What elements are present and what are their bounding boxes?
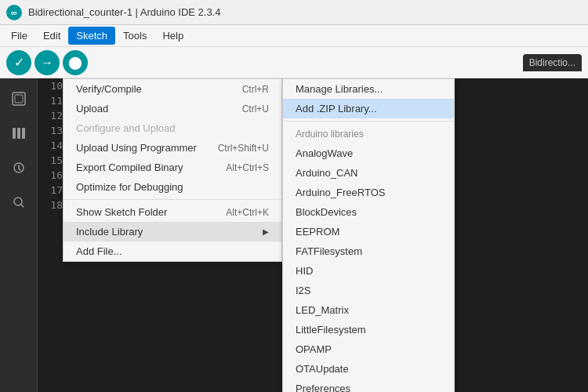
lib-manage[interactable]: Manage Libraries... [283,79,454,99]
lib-analogwave[interactable]: AnalogWave [283,143,454,163]
menu-configure-upload: Configure and Upload [64,118,281,138]
sketch-menu: Verify/Compile Ctrl+R Upload Ctrl+U Conf… [63,78,282,262]
menu-export-binary[interactable]: Export Compiled Binary Alt+Ctrl+S [64,158,281,177]
toolbar: ✓ → ⬤ Bidirectio... [0,47,588,78]
menu-edit[interactable]: Edit [35,27,68,45]
debug-button[interactable]: ⬤ [63,50,88,75]
main-area: 10 11 int out_count = 0; // Variable 12 … [0,78,588,392]
svg-rect-2 [13,128,16,139]
menu-optimize-debug[interactable]: Optimize for Debugging [64,177,281,197]
code-editor: 10 11 int out_count = 0; // Variable 12 … [38,78,588,392]
svg-rect-1 [15,95,23,103]
lib-section-header: Arduino libraries [283,124,454,143]
menu-upload-programmer[interactable]: Upload Using Programmer Ctrl+Shift+U [64,138,281,158]
lib-add-zip[interactable]: Add .ZIP Library... [283,99,454,118]
lib-littlefilesystem[interactable]: LittleFilesystem [283,320,454,339]
menu-tools[interactable]: Tools [115,27,154,45]
svg-rect-3 [17,128,20,139]
svg-rect-4 [22,128,25,139]
menu-show-folder[interactable]: Show Sketch Folder Alt+Ctrl+K [64,202,281,222]
verify-button[interactable]: ✓ [6,50,31,75]
sidebar [0,78,38,392]
library-submenu: Manage Libraries... Add .ZIP Library... … [282,78,455,392]
lib-preferences[interactable]: Preferences [283,379,454,392]
lib-arduino-can[interactable]: Arduino_CAN [283,163,454,183]
menu-upload[interactable]: Upload Ctrl+U [64,99,281,118]
lib-separator [283,121,454,122]
svg-rect-0 [13,93,25,105]
boards-icon[interactable] [5,85,33,113]
lib-fatfilesystem[interactable]: FATFilesystem [283,241,454,261]
title-bar: ∞ Bidirectional_counter-1 | Arduino IDE … [0,0,588,25]
menu-bar: File Edit Sketch Tools Help [0,25,588,47]
title-bar-text: Bidirectional_counter-1 | Arduino IDE 2.… [28,6,220,18]
tab-filename: Bidirectio... [523,54,582,71]
lib-hid[interactable]: HID [283,261,454,281]
menu-help[interactable]: Help [154,27,191,45]
menu-file[interactable]: File [3,27,35,45]
app-logo: ∞ [6,5,22,20]
lib-opamp[interactable]: OPAMP [283,339,454,359]
menu-include-library[interactable]: Include Library ▶ [64,222,281,241]
lib-eeprom[interactable]: EEPROM [283,222,454,241]
lib-blockdevices[interactable]: BlockDevices [283,202,454,222]
libraries-icon[interactable] [5,119,33,147]
lib-arduino-freertos[interactable]: Arduino_FreeRTOS [283,183,454,202]
menu-verify-compile[interactable]: Verify/Compile Ctrl+R [64,79,281,99]
upload-button[interactable]: → [34,50,60,75]
sketch-dropdown: Verify/Compile Ctrl+R Upload Ctrl+U Conf… [63,78,282,262]
debug-icon[interactable] [5,154,33,182]
lib-i2s[interactable]: I2S [283,281,454,300]
menu-add-file[interactable]: Add File... [64,241,281,261]
search-icon[interactable] [5,188,33,216]
menu-separator-1 [64,199,281,200]
menu-sketch[interactable]: Sketch [68,27,115,45]
lib-led-matrix[interactable]: LED_Matrix [283,300,454,320]
lib-otaupdate[interactable]: OTAUpdate [283,359,454,379]
